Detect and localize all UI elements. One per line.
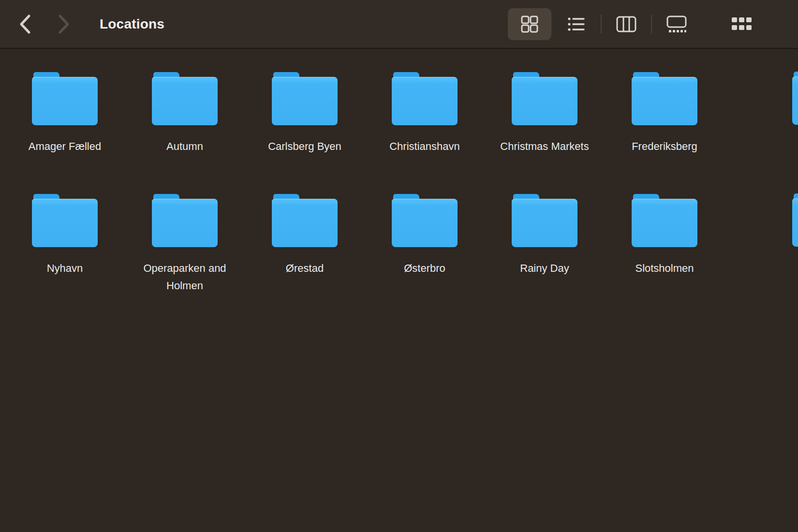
group-button[interactable] — [723, 8, 760, 40]
folder-label: Operaparken and Holmen — [128, 260, 242, 294]
chevron-left-icon — [19, 14, 31, 34]
back-button[interactable] — [15, 14, 36, 35]
folder-icon — [792, 193, 798, 247]
folder-label: Ørestad — [286, 260, 324, 277]
folder-slotsholmen[interactable]: Slotsholmen — [605, 194, 724, 316]
folder-icon — [512, 72, 577, 125]
folder-label: Østerbro — [404, 260, 445, 277]
folder-icon — [392, 72, 458, 125]
folder-grid: Amager Fælled Autumn Carlsberg Byen Chri… — [5, 72, 798, 316]
column-view-button[interactable] — [605, 8, 648, 40]
list-view-button[interactable] — [554, 8, 598, 40]
chevron-right-icon — [58, 14, 70, 34]
gallery-view-icon — [666, 15, 687, 33]
column-view-icon — [616, 15, 637, 33]
folder-icon — [632, 72, 697, 125]
folder-icon — [792, 72, 798, 125]
folder-icon — [272, 72, 338, 125]
folder-label: Christmas Markets — [500, 138, 589, 155]
folder-label: Christianshavn — [389, 138, 460, 155]
folder-icon — [32, 72, 98, 125]
folder-frederiksberg[interactable]: Frederiksberg — [605, 72, 724, 194]
folder-autumn[interactable]: Autumn — [125, 72, 245, 194]
gallery-view-button[interactable] — [655, 8, 698, 40]
folder-label: Nyhavn — [47, 260, 83, 277]
folder-view: Amager Fælled Autumn Carlsberg Byen Chri… — [0, 49, 798, 316]
toolbar-separator — [601, 15, 602, 34]
folder-label: Autumn — [166, 138, 203, 155]
forward-button[interactable] — [53, 14, 74, 35]
folder-icon — [32, 194, 98, 247]
folder-partial[interactable] — [792, 72, 798, 125]
folder-christianshavn[interactable]: Christianshavn — [365, 72, 485, 194]
folder-orestad[interactable]: Ørestad — [245, 194, 365, 316]
folder-label: Carlsberg Byen — [268, 138, 341, 155]
view-switcher — [508, 0, 698, 48]
folder-icon — [152, 194, 218, 247]
folder-icon — [152, 72, 218, 125]
folder-label: Rainy Day — [520, 260, 569, 277]
icon-view-button[interactable] — [508, 8, 551, 40]
folder-icon — [272, 194, 338, 247]
folder-rainy-day[interactable]: Rainy Day — [485, 194, 605, 316]
list-view-icon — [566, 15, 586, 34]
grid-view-icon — [520, 15, 539, 34]
folder-partial[interactable] — [792, 193, 798, 247]
page-title: Locations — [100, 16, 164, 32]
folder-label: Amager Fælled — [29, 138, 101, 155]
toolbar: Locations — [0, 0, 798, 49]
folder-nyhavn[interactable]: Nyhavn — [5, 194, 125, 316]
group-grid-icon — [731, 15, 752, 32]
toolbar-separator — [651, 15, 652, 34]
folder-operaparken-and-holmen[interactable]: Operaparken and Holmen — [125, 194, 245, 316]
folder-label: Frederiksberg — [632, 138, 697, 155]
folder-icon — [392, 194, 458, 247]
folder-icon — [632, 194, 697, 247]
folder-label: Slotsholmen — [635, 260, 694, 277]
folder-icon — [512, 194, 577, 247]
folder-amager-faelled[interactable]: Amager Fælled — [5, 72, 125, 194]
folder-christmas-markets[interactable]: Christmas Markets — [485, 72, 605, 194]
folder-osterbro[interactable]: Østerbro — [365, 194, 485, 316]
folder-carlsberg-byen[interactable]: Carlsberg Byen — [245, 72, 365, 194]
